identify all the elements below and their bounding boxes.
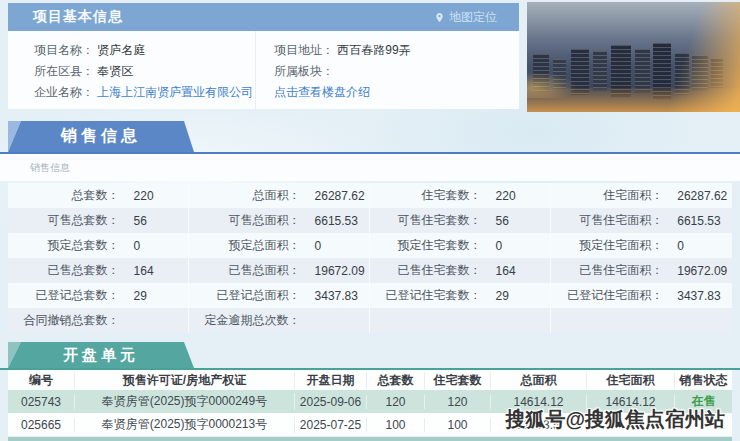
grid-value: 164 [120,264,154,278]
cell-id: 025743 [8,395,75,409]
opening-units-tab: 开盘单元 [8,342,194,368]
project-photo [527,2,740,112]
grid-value: 164 [482,264,516,278]
sales-row-cancelled: 合同撤销总套数： 定金逾期总次数： [8,308,732,333]
sales-section-caption: 销售信息 [0,154,740,181]
cell-open-date: 2025-07-25 [295,418,367,432]
grid-value: 29 [120,289,147,303]
grid-value: 0 [663,239,684,253]
project-info-left-column: 项目名称： 贤庐名庭 所在区县： 奉贤区 企业名称： 上海上江南贤庐置业有限公司 [8,31,255,109]
grid-value: 3437.83 [301,289,358,303]
grid-label: 预定总套数： [8,237,120,254]
grid-value: 26287.62 [301,189,365,203]
grid-label: 总套数： [8,187,120,204]
cell-license: 奉贤房管(2025)预字0000213号 [75,416,295,433]
grid-label: 可售住宅面积： [551,212,663,229]
address-row: 项目地址： 西百春路99弄 [274,40,519,61]
address-label: 项目地址： [274,43,334,57]
grid-label: 已登记总面积： [189,287,301,304]
sales-data-grid: 总套数：220 总面积：26287.62 住宅套数：220 住宅面积：26287… [8,183,732,333]
sales-tab-label: 销售信息 [61,126,141,147]
grid-label: 可售总套数： [8,212,120,229]
grid-label: 已售总套数： [8,262,120,279]
grid-value: 19672.09 [663,264,727,278]
map-locate-button[interactable]: 地图定位 [434,9,497,26]
sales-row-registered: 已登记总套数：29 已登记总面积：3437.83 已登记住宅套数：29 已登记住… [8,283,732,308]
sales-row-reserved: 预定总套数：0 预定总面积：0 预定住宅套数：0 预定住宅面积：0 [8,233,732,258]
district-value: 奉贤区 [97,64,133,78]
grid-label: 总面积： [189,187,301,204]
project-info-card: 项目名称： 贤庐名庭 所在区县： 奉贤区 企业名称： 上海上江南贤庐置业有限公司… [8,31,519,109]
cell-open-date: 2025-09-06 [295,395,367,409]
cell-id: 025665 [8,418,75,432]
map-locate-label: 地图定位 [449,9,497,26]
grid-value: 0 [482,239,503,253]
grid-value: 6615.53 [301,214,358,228]
project-info-header: 项目基本信息 地图定位 [8,3,519,31]
grid-label: 住宅面积： [551,187,663,204]
grid-label: 可售住宅套数： [370,212,482,229]
grid-value: 3437.83 [663,289,720,303]
grid-label: 已登记总套数： [8,287,120,304]
sales-row-available: 可售总套数：56 可售总面积：6615.53 可售住宅套数：56 可售住宅面积：… [8,208,732,233]
opening-tab-label: 开盘单元 [63,346,139,365]
sales-row-total: 总套数：220 总面积：26287.62 住宅套数：220 住宅面积：26287… [8,183,732,208]
project-name-label: 项目名称： [34,43,94,57]
cell-residential-units: 100 [425,418,491,432]
company-link[interactable]: 上海上江南贤庐置业有限公司 [97,85,253,99]
grid-label: 已登记住宅面积： [551,287,663,304]
col-header-id: 编号 [8,372,75,389]
project-info-right-column: 项目地址： 西百春路99弄 所属板块： 点击查看楼盘介绍 [255,31,519,109]
grid-value: 220 [120,189,154,203]
cell-residential-units: 120 [425,395,491,409]
intro-row: 点击查看楼盘介绍 [274,82,519,103]
col-header-open-date: 开盘日期 [295,372,367,389]
grid-value: 19672.09 [301,264,365,278]
grid-label: 预定住宅面积： [551,237,663,254]
grid-value: 6615.53 [663,214,720,228]
grid-label: 预定住宅套数： [370,237,482,254]
grid-value: 0 [301,239,322,253]
plate-row: 所属板块： [274,61,519,82]
grid-label: 已售住宅面积： [551,262,663,279]
next-row-edge-decoration [8,437,732,441]
col-header-residential-units: 住宅套数 [425,372,491,389]
grid-label: 已售住宅套数： [370,262,482,279]
grid-label: 可售总面积： [189,212,301,229]
col-header-total-area: 总面积 [491,372,587,389]
sohu-watermark: 搜狐号@搜狐焦点宿州站 [505,406,725,433]
plate-label: 所属板块： [274,64,334,78]
grid-value: 220 [482,189,516,203]
company-row: 企业名称： 上海上江南贤庐置业有限公司 [34,82,255,103]
col-header-sale-status: 销售状态 [675,372,732,389]
grid-value: 56 [482,214,509,228]
sales-row-sold: 已售总套数：164 已售总面积：19672.09 已售住宅套数：164 已售住宅… [8,258,732,283]
grid-label: 预定总面积： [189,237,301,254]
district-label: 所在区县： [34,64,94,78]
grid-value: 0 [120,239,141,253]
grid-label: 已登记住宅套数： [370,287,482,304]
company-label: 企业名称： [34,85,94,99]
grid-value: 29 [482,289,509,303]
project-name-value: 贤庐名庭 [97,43,145,57]
grid-label: 合同撤销总套数： [8,312,120,329]
page-title: 项目基本信息 [8,8,123,26]
address-value: 西百春路99弄 [337,43,410,57]
cell-total-units: 120 [367,395,425,409]
col-header-license: 预售许可证/房地产权证 [75,372,295,389]
grid-label: 定金逾期总次数： [189,312,301,329]
map-pin-icon [434,12,445,23]
grid-label: 已售总面积： [189,262,301,279]
grid-label: 住宅套数： [370,187,482,204]
project-name-row: 项目名称： 贤庐名庭 [34,40,255,61]
cell-license: 奉贤房管(2025)预字0000249号 [75,393,295,410]
grid-value: 56 [120,214,147,228]
sales-info-tab: 销售信息 [8,121,194,152]
table-header-row: 编号 预售许可证/房地产权证 开盘日期 总套数 住宅套数 总面积 住宅面积 销售… [8,370,732,390]
building-intro-link[interactable]: 点击查看楼盘介绍 [274,85,370,99]
col-header-total-units: 总套数 [367,372,425,389]
cell-total-units: 100 [367,418,425,432]
col-header-residential-area: 住宅面积 [587,372,675,389]
grid-value: 26287.62 [663,189,727,203]
district-row: 所在区县： 奉贤区 [34,61,255,82]
